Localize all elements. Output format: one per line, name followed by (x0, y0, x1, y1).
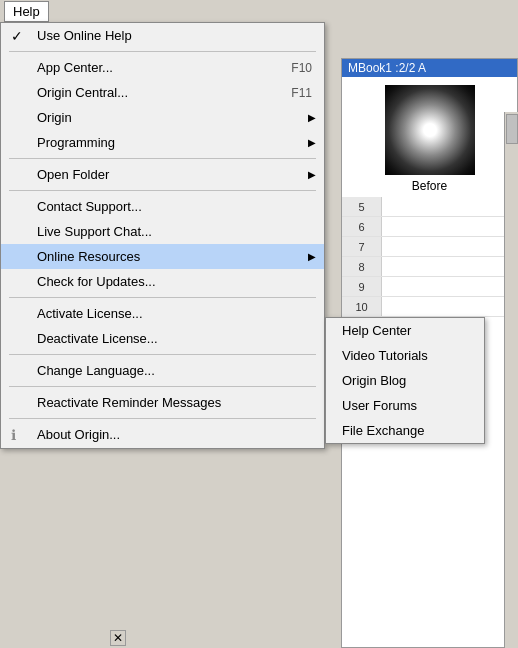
online-resources-label: Online Resources (37, 249, 140, 264)
video-tutorials-label: Video Tutorials (342, 348, 428, 363)
reactivate-reminder-label: Reactivate Reminder Messages (37, 395, 221, 410)
origin-central-label: Origin Central... (37, 85, 128, 100)
image-label: Before (342, 179, 517, 193)
table-row: 8 -- (342, 257, 517, 277)
deactivate-license-label: Deactivate License... (37, 331, 158, 346)
table-row: 7 -- (342, 237, 517, 257)
separator-7 (9, 418, 316, 419)
separator-2 (9, 158, 316, 159)
scrollbar-thumb[interactable] (506, 114, 518, 144)
row-num-7: 7 (342, 237, 382, 256)
table-row: 10 -- (342, 297, 517, 317)
programming-label: Programming (37, 135, 115, 150)
origin-central-shortcut: F11 (261, 86, 312, 100)
menu-item-check-for-updates[interactable]: Check for Updates... (1, 269, 324, 294)
cell-value-8: -- (382, 257, 517, 276)
separator-3 (9, 190, 316, 191)
help-dropdown-menu: ✓ Use Online Help App Center... F10 Orig… (0, 22, 325, 449)
row-num-6: 6 (342, 217, 382, 236)
table-row: 9 -- (342, 277, 517, 297)
menu-item-origin-central[interactable]: Origin Central... F11 (1, 80, 324, 105)
about-info-icon: ℹ (11, 427, 16, 443)
workbook-titlebar: MBook1 :2/2 A (342, 59, 517, 77)
file-exchange-label: File Exchange (342, 423, 424, 438)
change-language-label: Change Language... (37, 363, 155, 378)
menu-item-activate-license[interactable]: Activate License... (1, 301, 324, 326)
open-folder-arrow-icon: ▶ (308, 169, 316, 180)
image-preview (385, 85, 475, 175)
menu-item-live-support-chat[interactable]: Live Support Chat... (1, 219, 324, 244)
app-center-label: App Center... (37, 60, 113, 75)
submenu-item-video-tutorials[interactable]: Video Tutorials (326, 343, 484, 368)
submenu-item-file-exchange[interactable]: File Exchange (326, 418, 484, 443)
open-folder-label: Open Folder (37, 167, 109, 182)
user-forums-label: User Forums (342, 398, 417, 413)
close-button[interactable]: ✕ (110, 630, 126, 646)
about-origin-label: About Origin... (37, 427, 120, 442)
activate-license-label: Activate License... (37, 306, 143, 321)
separator-5 (9, 354, 316, 355)
check-mark-icon: ✓ (11, 28, 23, 44)
use-online-help-label: Use Online Help (37, 28, 132, 43)
origin-label: Origin (37, 110, 72, 125)
cell-value-6: -- (382, 217, 517, 236)
separator-1 (9, 51, 316, 52)
separator-6 (9, 386, 316, 387)
menu-item-open-folder[interactable]: Open Folder ▶ (1, 162, 324, 187)
contact-support-label: Contact Support... (37, 199, 142, 214)
submenu-item-user-forums[interactable]: User Forums (326, 393, 484, 418)
separator-4 (9, 297, 316, 298)
cell-value-7: -- (382, 237, 517, 256)
menu-item-app-center[interactable]: App Center... F10 (1, 55, 324, 80)
help-center-label: Help Center (342, 323, 411, 338)
submenu-item-help-center[interactable]: Help Center (326, 318, 484, 343)
help-menu-button[interactable]: Help (4, 1, 49, 22)
spreadsheet-grid: 5 -- 6 -- 7 -- 8 -- 9 -- 10 -- (342, 197, 517, 317)
online-resources-submenu: Help Center Video Tutorials Origin Blog … (325, 317, 485, 444)
menu-item-online-resources[interactable]: Online Resources ▶ (1, 244, 324, 269)
table-row: 5 -- (342, 197, 517, 217)
menu-item-origin[interactable]: Origin ▶ (1, 105, 324, 130)
row-num-10: 10 (342, 297, 382, 316)
online-resources-arrow-icon: ▶ (308, 251, 316, 262)
menu-item-use-online-help[interactable]: ✓ Use Online Help (1, 23, 324, 48)
app-center-shortcut: F10 (261, 61, 312, 75)
row-num-9: 9 (342, 277, 382, 296)
vertical-scrollbar[interactable] (504, 112, 518, 648)
cell-value-5: -- (382, 197, 517, 216)
menu-item-about-origin[interactable]: ℹ About Origin... (1, 422, 324, 448)
origin-arrow-icon: ▶ (308, 112, 316, 123)
menu-item-change-language[interactable]: Change Language... (1, 358, 324, 383)
menu-item-programming[interactable]: Programming ▶ (1, 130, 324, 155)
cell-value-9: -- (382, 277, 517, 296)
menu-item-reactivate-reminder[interactable]: Reactivate Reminder Messages (1, 390, 324, 415)
menu-item-deactivate-license[interactable]: Deactivate License... (1, 326, 324, 351)
submenu-item-origin-blog[interactable]: Origin Blog (326, 368, 484, 393)
table-row: 6 -- (342, 217, 517, 237)
cell-value-10: -- (382, 297, 517, 316)
menu-item-contact-support[interactable]: Contact Support... (1, 194, 324, 219)
row-num-8: 8 (342, 257, 382, 276)
check-for-updates-label: Check for Updates... (37, 274, 156, 289)
live-support-chat-label: Live Support Chat... (37, 224, 152, 239)
row-num-5: 5 (342, 197, 382, 216)
origin-blog-label: Origin Blog (342, 373, 406, 388)
workbook-title: MBook1 :2/2 A (348, 61, 426, 75)
programming-arrow-icon: ▶ (308, 137, 316, 148)
